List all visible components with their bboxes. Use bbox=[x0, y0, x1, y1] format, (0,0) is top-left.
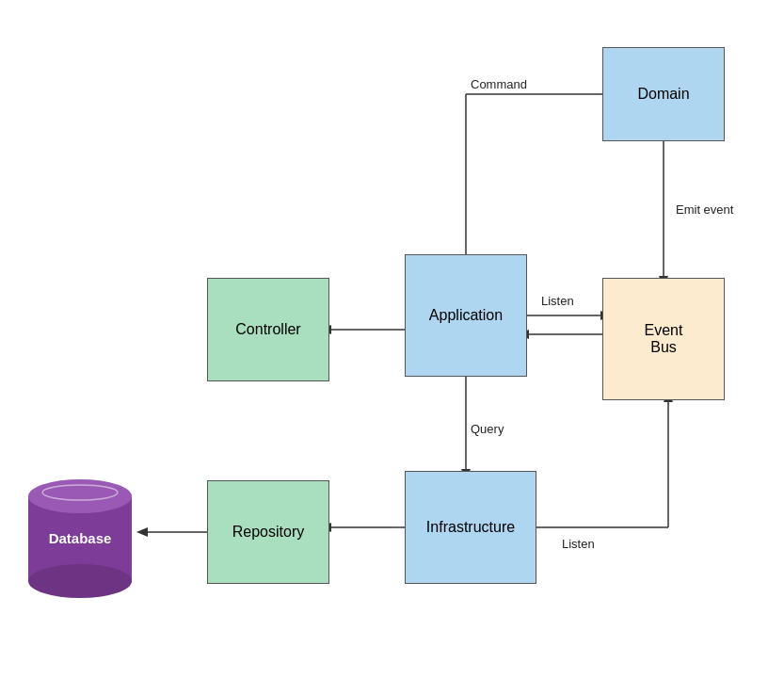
box-controller-label: Controller bbox=[235, 321, 300, 338]
label-listen1: Listen bbox=[541, 294, 574, 308]
label-query: Query bbox=[471, 422, 504, 436]
label-emit-event: Emit event bbox=[676, 202, 733, 217]
svg-point-21 bbox=[28, 564, 132, 598]
svg-text:Database: Database bbox=[49, 530, 112, 546]
label-listen2: Listen bbox=[562, 537, 595, 551]
diagram-container: Command Emit event Listen Query Listen D… bbox=[0, 0, 784, 679]
box-eventbus: Event Bus bbox=[602, 278, 725, 400]
box-repository: Repository bbox=[207, 480, 329, 584]
box-application-label: Application bbox=[429, 307, 503, 324]
box-infrastructure-label: Infrastructure bbox=[426, 519, 515, 536]
box-infrastructure: Infrastructure bbox=[405, 471, 536, 584]
box-repository-label: Repository bbox=[232, 524, 304, 541]
database-svg: Database bbox=[24, 476, 136, 598]
box-eventbus-label: Event Bus bbox=[645, 322, 683, 356]
label-command: Command bbox=[471, 77, 527, 91]
box-controller: Controller bbox=[207, 278, 329, 381]
box-domain-label: Domain bbox=[637, 86, 689, 103]
database-cylinder: Database bbox=[24, 476, 136, 598]
box-application: Application bbox=[405, 254, 527, 377]
svg-marker-19 bbox=[136, 527, 148, 537]
box-domain: Domain bbox=[602, 47, 725, 141]
